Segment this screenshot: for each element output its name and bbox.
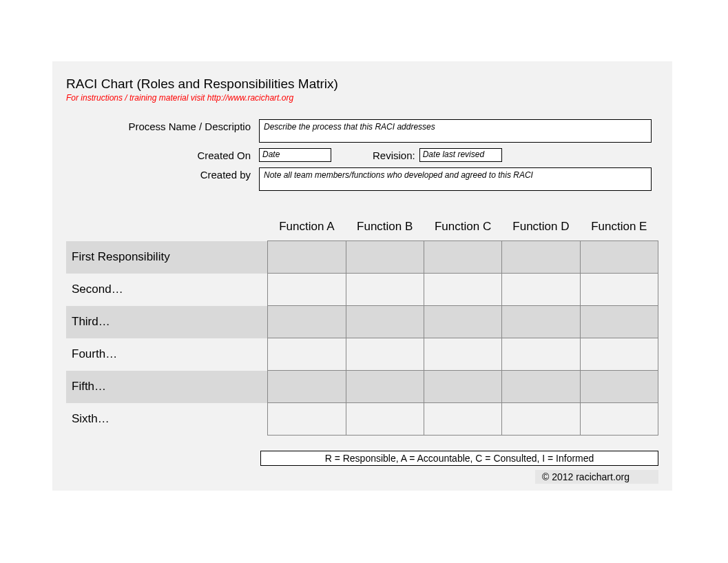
matrix-cell[interactable]: [502, 338, 580, 371]
legend-spacer: [66, 451, 260, 466]
matrix-cell[interactable]: [268, 371, 346, 403]
row-process: Process Name / Descriptio Describe the p…: [66, 119, 658, 143]
matrix-cell[interactable]: [268, 306, 346, 338]
matrix-cell[interactable]: [346, 306, 424, 338]
footer-row: © 2012 racichart.org: [66, 470, 658, 484]
matrix-row: First Responsibility: [66, 241, 658, 274]
matrix-cell[interactable]: [268, 274, 346, 306]
raci-matrix: Function A Function B Function C Functio…: [66, 216, 658, 436]
legend-row: R = Responsible, A = Accountable, C = Co…: [66, 451, 658, 466]
matrix-cell[interactable]: [580, 274, 658, 306]
matrix-cell[interactable]: [502, 274, 580, 306]
col-function-a: Function A: [268, 216, 346, 241]
page: RACI Chart (Roles and Responsibilities M…: [0, 0, 728, 563]
matrix-cell[interactable]: [580, 338, 658, 371]
matrix-cell[interactable]: [346, 274, 424, 306]
field-created-by[interactable]: Note all team members/functions who deve…: [259, 167, 652, 191]
row-created-by: Created by Note all team members/functio…: [66, 167, 658, 191]
col-function-c: Function C: [424, 216, 501, 241]
field-revision[interactable]: Date last revised: [419, 148, 502, 162]
page-title: RACI Chart (Roles and Responsibilities M…: [66, 76, 658, 92]
matrix-cell[interactable]: [268, 338, 346, 371]
row-label: Sixth…: [66, 403, 268, 436]
page-subtitle: For instructions / training material vis…: [66, 93, 658, 103]
matrix-corner: [66, 216, 268, 241]
matrix-cell[interactable]: [580, 403, 658, 436]
row-created-on: Created On Date Revision: Date last revi…: [66, 148, 658, 162]
label-created-on: Created On: [66, 148, 259, 161]
matrix-cell[interactable]: [424, 306, 501, 338]
matrix-row: Fourth…: [66, 338, 658, 371]
label-created-by: Created by: [66, 167, 259, 181]
matrix-row: Third…: [66, 306, 658, 338]
row-created-on-fields: Date Revision: Date last revised: [259, 148, 502, 162]
col-function-e: Function E: [580, 216, 658, 241]
col-function-d: Function D: [502, 216, 580, 241]
row-label: Second…: [66, 274, 268, 306]
field-created-on[interactable]: Date: [259, 148, 331, 162]
matrix-cell[interactable]: [502, 371, 580, 403]
row-label: Third…: [66, 306, 268, 338]
row-label: First Responsibility: [66, 241, 268, 274]
matrix-cell[interactable]: [268, 403, 346, 436]
matrix-row: Fifth…: [66, 371, 658, 403]
matrix-cell[interactable]: [502, 306, 580, 338]
field-process[interactable]: Describe the process that this RACI addr…: [259, 119, 652, 143]
matrix-cell[interactable]: [424, 403, 501, 436]
matrix-cell[interactable]: [502, 241, 580, 274]
matrix-cell[interactable]: [424, 274, 501, 306]
row-label: Fifth…: [66, 371, 268, 403]
matrix-cell[interactable]: [268, 241, 346, 274]
col-function-b: Function B: [346, 216, 424, 241]
matrix-cell[interactable]: [346, 371, 424, 403]
raci-legend: R = Responsible, A = Accountable, C = Co…: [260, 451, 658, 466]
label-process: Process Name / Descriptio: [66, 119, 259, 132]
matrix-cell[interactable]: [424, 338, 501, 371]
matrix-cell[interactable]: [346, 241, 424, 274]
matrix-cell[interactable]: [424, 371, 501, 403]
matrix-cell[interactable]: [346, 403, 424, 436]
matrix-cell[interactable]: [580, 371, 658, 403]
matrix-cell[interactable]: [346, 338, 424, 371]
label-revision: Revision:: [373, 150, 415, 161]
matrix-cell[interactable]: [580, 241, 658, 274]
matrix-row: Sixth…: [66, 403, 658, 436]
matrix-cell[interactable]: [424, 241, 501, 274]
matrix-row: Second…: [66, 274, 658, 306]
matrix-header-row: Function A Function B Function C Functio…: [66, 216, 658, 241]
row-label: Fourth…: [66, 338, 268, 371]
footer-copyright: © 2012 racichart.org: [535, 470, 658, 484]
sheet: RACI Chart (Roles and Responsibilities M…: [52, 61, 672, 491]
matrix-cell[interactable]: [502, 403, 580, 436]
matrix-cell[interactable]: [580, 306, 658, 338]
